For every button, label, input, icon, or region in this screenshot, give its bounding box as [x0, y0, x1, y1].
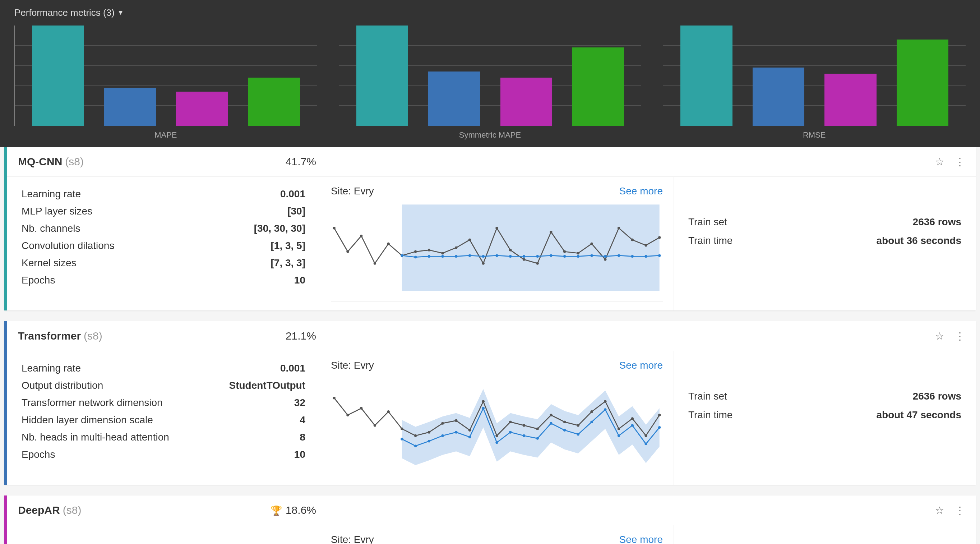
bar[interactable]	[500, 78, 552, 126]
stat-label: Train set	[688, 391, 727, 402]
param-label: Convolution dilations	[22, 240, 114, 251]
model-tag: (s8)	[84, 330, 102, 342]
bar-chart: MAPE	[14, 25, 317, 140]
param-label: Learning rate	[22, 188, 81, 200]
header-icons: ☆⋮	[935, 156, 965, 168]
model-card: DeepAR(s8)🏆18.6%☆⋮Site: EvrySee more	[4, 495, 976, 544]
svg-point-45	[658, 255, 661, 257]
svg-point-42	[617, 255, 620, 257]
bars-area	[339, 25, 641, 126]
stat-value: about 36 seconds	[876, 235, 961, 247]
see-more-link[interactable]: See more	[619, 534, 663, 544]
param-label: Kernel sizes	[22, 257, 76, 269]
params-column: Learning rate0.001Output distributionStu…	[7, 351, 320, 485]
param-label: Transformer network dimension	[22, 397, 163, 409]
svg-point-90	[658, 426, 661, 429]
star-icon[interactable]: ☆	[935, 330, 944, 342]
param-row: Nb. heads in multi-head attention8	[22, 429, 305, 446]
bar[interactable]	[176, 92, 228, 126]
svg-point-25	[658, 236, 661, 239]
svg-point-21	[604, 258, 606, 261]
stat-value: about 47 seconds	[876, 409, 961, 421]
svg-point-50	[387, 410, 390, 413]
more-icon[interactable]: ⋮	[955, 156, 965, 168]
svg-point-35	[523, 255, 525, 258]
model-card: Transformer(s8)21.1%☆⋮Learning rate0.001…	[4, 321, 976, 485]
chart-title: MAPE	[154, 130, 177, 140]
svg-point-12	[482, 262, 485, 264]
preview-header: Site: EvrySee more	[331, 185, 663, 197]
svg-point-31	[468, 255, 471, 257]
param-label: Epochs	[22, 275, 55, 286]
card-body: Site: EvrySee more	[7, 525, 976, 544]
card-header: MQ-CNN(s8)41.7%☆⋮	[7, 147, 976, 177]
line-chart-svg	[331, 375, 663, 469]
stat-row: Train set2636 rows	[688, 213, 961, 231]
metrics-dropdown[interactable]: Performance metrics (3) ▼	[14, 7, 124, 18]
site-label: Site: Evry	[331, 359, 374, 371]
svg-point-85	[590, 421, 593, 423]
preview-column: Site: EvrySee more	[320, 525, 674, 544]
see-more-link[interactable]: See more	[619, 359, 663, 371]
card-header: DeepAR(s8)🏆18.6%☆⋮	[7, 495, 976, 525]
svg-point-89	[644, 443, 647, 445]
param-row: Epochs10	[22, 446, 305, 463]
bar[interactable]	[428, 72, 480, 126]
bar[interactable]	[752, 68, 804, 126]
svg-point-18	[563, 250, 566, 253]
svg-point-17	[550, 231, 552, 233]
svg-point-74	[441, 434, 444, 437]
svg-point-16	[536, 262, 538, 264]
params-column: Learning rate0.001MLP layer sizes[30]Nb.…	[7, 177, 320, 310]
svg-point-65	[590, 410, 593, 413]
svg-point-67	[617, 428, 620, 430]
param-value: [1, 3, 5]	[271, 240, 305, 251]
stats-column: Train set2636 rowsTrain timeabout 47 sec…	[674, 351, 976, 485]
svg-point-29	[441, 255, 444, 258]
param-label: Epochs	[22, 449, 55, 460]
bar[interactable]	[104, 87, 156, 126]
svg-point-78	[495, 441, 498, 444]
bar[interactable]	[680, 25, 732, 126]
svg-point-77	[482, 407, 485, 410]
preview-header: Site: EvrySee more	[331, 359, 663, 371]
param-row: Output distributionStudentTOutput	[22, 377, 305, 394]
more-icon[interactable]: ⋮	[955, 330, 965, 342]
bar[interactable]	[356, 25, 408, 126]
preview-header: Site: EvrySee more	[331, 534, 663, 544]
svg-point-13	[495, 227, 498, 229]
bar[interactable]	[32, 25, 84, 126]
svg-rect-0	[402, 204, 660, 291]
svg-point-36	[536, 255, 538, 258]
stat-row: Train timeabout 36 seconds	[688, 231, 961, 250]
see-more-link[interactable]: See more	[619, 185, 663, 197]
svg-point-70	[658, 414, 661, 417]
more-icon[interactable]: ⋮	[955, 504, 965, 516]
svg-point-76	[468, 436, 471, 438]
star-icon[interactable]: ☆	[935, 504, 944, 516]
preview-column: Site: EvrySee more	[320, 177, 674, 310]
svg-point-4	[374, 262, 376, 264]
bar[interactable]	[897, 40, 948, 126]
svg-point-75	[455, 431, 457, 433]
svg-point-53	[428, 431, 430, 433]
star-icon[interactable]: ☆	[935, 156, 944, 168]
bar[interactable]	[572, 48, 624, 126]
site-label: Site: Evry	[331, 534, 374, 544]
model-name: Transformer	[18, 330, 81, 342]
svg-point-61	[536, 428, 538, 430]
svg-point-63	[563, 421, 566, 423]
bar[interactable]	[824, 74, 876, 126]
bar[interactable]	[248, 78, 300, 126]
svg-point-10	[455, 247, 457, 249]
chart-title: RMSE	[803, 130, 826, 140]
card-body: Learning rate0.001MLP layer sizes[30]Nb.…	[7, 177, 976, 310]
param-row: Learning rate0.001	[22, 185, 305, 203]
svg-point-52	[414, 434, 417, 437]
param-value: 32	[294, 397, 305, 409]
stats-column	[674, 525, 976, 544]
params-column	[7, 525, 320, 544]
line-chart-svg	[331, 201, 663, 294]
stat-label: Train set	[688, 216, 727, 228]
stat-label: Train time	[688, 235, 732, 247]
